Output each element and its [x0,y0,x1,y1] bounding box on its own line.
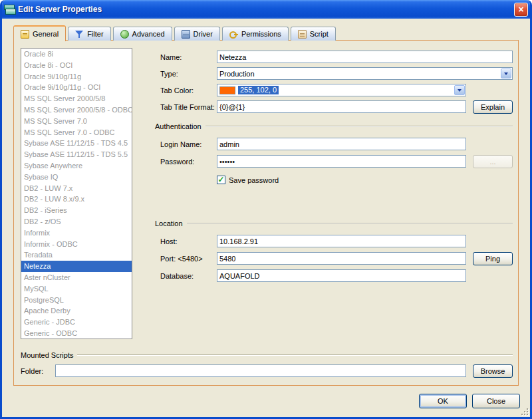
tab-advanced[interactable]: Advanced [113,27,172,41]
titlebar[interactable]: Edit Server Properties × [0,0,532,19]
explain-button[interactable]: Explain [473,100,513,114]
browse-button[interactable]: Browse [473,364,513,378]
color-swatch [219,86,235,94]
ok-button[interactable]: OK [419,394,467,408]
list-item[interactable]: Generic - ODBC [21,328,132,339]
type-label: Type: [160,70,217,78]
list-item[interactable]: Apache Derby [21,305,132,317]
tab-script-label: Script [310,30,329,38]
tab-driver[interactable]: Driver [174,27,220,41]
tab-general-label: General [33,30,59,38]
save-password-row: ✓ Save password [217,174,513,186]
tab-title-format-row: Tab Title Format: Explain [160,100,513,113]
database-input[interactable] [217,269,466,282]
list-item[interactable]: Teradata [21,249,132,261]
resize-grip[interactable] [520,407,529,416]
chevron-down-icon[interactable] [501,69,511,78]
list-item[interactable]: Informix - ODBC [21,239,132,250]
list-item[interactable]: Oracle 8i [21,49,132,60]
close-icon[interactable]: × [514,3,528,17]
list-item[interactable]: Sybase ASE 11/12/15 - TDS 4.5 [21,138,132,149]
filter-tab-icon [75,30,84,39]
list-item[interactable]: Sybase IQ [21,172,132,183]
tab-driver-label: Driver [194,30,213,38]
list-item[interactable]: Sybase Anywhere [21,160,132,172]
list-item[interactable]: MS SQL Server 7.0 [21,116,132,127]
group-divider [77,354,513,356]
save-password-checkbox[interactable]: ✓ [217,176,225,184]
tab-script[interactable]: Script [291,27,336,41]
mounted-scripts-title: Mounted Scripts [21,351,73,359]
tab-general[interactable]: General [13,25,66,41]
mounted-scripts-group-header: Mounted Scripts [21,350,513,360]
general-tab-icon [21,30,29,39]
host-label: Host: [160,237,217,245]
server-type-list: Oracle 8iOracle 8i - OCIOracle 9i/10g/11… [21,48,132,339]
list-item[interactable]: Oracle 8i - OCI [21,60,132,71]
general-tab-panel: Oracle 8iOracle 8i - OCIOracle 9i/10g/11… [13,40,519,386]
folder-label: Folder: [21,367,55,375]
list-item[interactable]: DB2 - z/OS [21,216,132,227]
tab-advanced-label: Advanced [132,30,165,38]
location-group-header: Location [155,219,513,228]
list-item[interactable]: DB2 - iSeries [21,205,132,216]
advanced-tab-icon [120,30,129,39]
list-item[interactable]: MS SQL Server 7.0 - ODBC [21,127,132,138]
window-icon [4,5,15,14]
tab-color-label: Tab Color: [160,86,217,94]
login-name-input[interactable] [217,138,466,150]
group-divider [187,223,513,224]
location-title: Location [155,219,183,227]
tab-color-select[interactable]: 255, 102, 0 [217,84,466,96]
password-ellipsis-button[interactable]: ... [473,155,513,168]
type-select[interactable]: Production [217,67,513,80]
list-item[interactable]: Netezza [21,261,132,272]
ping-button[interactable]: Ping [473,252,513,265]
folder-input[interactable] [55,364,466,377]
list-item[interactable]: DB2 - LUW 8.x/9.x [21,194,132,205]
chevron-down-icon[interactable] [454,85,465,95]
permissions-tab-icon [229,30,238,39]
tab-title-format-input[interactable] [217,100,466,113]
password-row: Password: ... [160,155,513,168]
list-item[interactable]: Informix [21,227,132,239]
script-tab-icon [298,30,307,39]
list-item[interactable]: MySQL [21,283,132,295]
list-item[interactable]: Oracle 9i/10g/11g [21,71,132,82]
password-input[interactable] [217,155,466,168]
tab-bar: General Filter Advanced Driver Permissio… [13,25,336,41]
tab-color-value: 255, 102, 0 [238,86,279,94]
tab-color-row: Tab Color: 255, 102, 0 [160,84,513,96]
group-divider [205,126,513,127]
list-item[interactable]: Oracle 9i/10g/11g - OCI [21,82,132,93]
edit-server-properties-dialog: Edit Server Properties × General Filter … [0,0,532,419]
window-title: Edit Server Properties [18,5,514,14]
save-password-label: Save password [229,176,279,184]
list-item[interactable]: Generic - JDBC [21,317,132,328]
close-button[interactable]: Close [472,394,520,408]
list-item[interactable]: Aster nCluster [21,272,132,283]
authentication-title: Authentication [155,122,201,130]
host-input[interactable] [217,235,466,247]
name-row: Name: [160,51,513,63]
type-selected-value: Production [219,70,255,78]
list-item[interactable]: MS SQL Server 2000/5/8 - ODBC [21,104,132,116]
tab-filter[interactable]: Filter [68,27,110,41]
list-item[interactable]: MS SQL Server 2000/5/8 [21,93,132,104]
port-row: Port: <5480> Ping [160,252,513,265]
dialog-footer: OK Close [419,394,520,408]
list-item[interactable]: DB2 - LUW 7.x [21,183,132,194]
port-label: Port: <5480> [160,255,217,263]
tab-filter-label: Filter [87,30,103,38]
list-item[interactable]: PostgreSQL [21,295,132,306]
folder-row: Folder: Browse [21,364,513,377]
tab-permissions[interactable]: Permissions [222,27,289,41]
port-input[interactable] [217,252,466,265]
list-item[interactable]: Sybase ASE 11/12/15 - TDS 5.5 [21,149,132,160]
name-input[interactable] [217,51,513,63]
authentication-group-header: Authentication [155,122,513,131]
login-name-row: Login Name: [160,138,513,150]
database-row: Database: [160,269,513,282]
dialog-body: General Filter Advanced Driver Permissio… [2,19,530,417]
login-name-label: Login Name: [160,140,217,148]
